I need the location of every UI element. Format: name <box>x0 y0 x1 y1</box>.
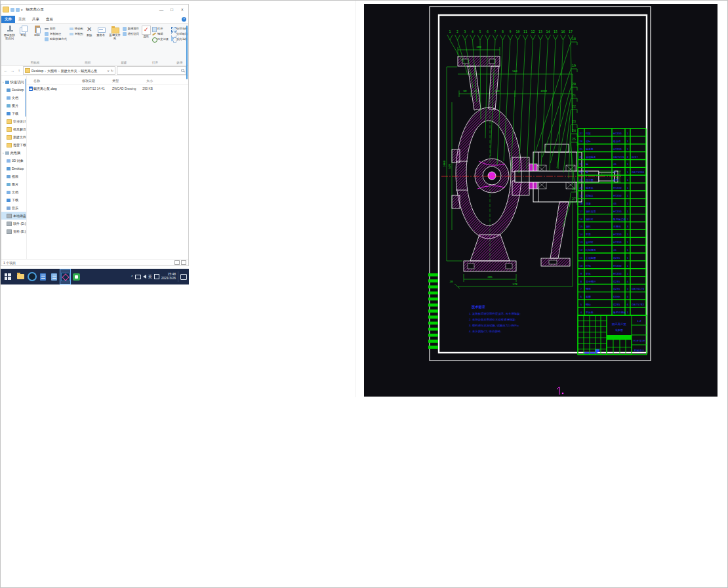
maximize-button[interactable]: □ <box>167 5 176 14</box>
part-no: 6 <box>580 295 582 298</box>
sidebar-item[interactable]: 模具解压资料 <box>1 125 26 133</box>
easy-access-button[interactable]: 轻松访问 <box>123 32 139 36</box>
paste-button[interactable]: 粘贴 <box>31 26 43 37</box>
pin-quick-access-button[interactable]: 固定到快速访问 <box>3 26 16 41</box>
revision-ladder-bar <box>428 322 438 325</box>
sidebar-item[interactable]: 图片 <box>1 180 26 188</box>
sidebar-item[interactable]: Desktop <box>1 165 26 172</box>
column-modified[interactable]: 修改日期 <box>82 79 112 83</box>
crumb-desktop[interactable]: Desktop <box>31 69 43 73</box>
tray-grid-icon[interactable] <box>154 274 159 279</box>
sidebar-this-pc[interactable]: ›此电脑 <box>1 149 26 157</box>
sidebar-item[interactable]: 图片 <box>1 102 26 109</box>
sidebar-item[interactable]: 3D 对象 <box>1 157 26 165</box>
taskbar-green-app-icon[interactable] <box>71 269 82 284</box>
taskbar-cad-icon-active[interactable] <box>60 269 71 284</box>
start-button[interactable] <box>1 269 15 284</box>
tray-expand-icon[interactable]: ^ <box>131 275 133 279</box>
sidebar-item[interactable]: 音乐 <box>1 204 26 212</box>
close-button[interactable]: × <box>178 5 187 14</box>
sidebar-item[interactable]: Desktop <box>1 86 26 94</box>
select-all-button[interactable]: 全部选择 <box>171 27 188 31</box>
search-input[interactable] <box>117 66 186 75</box>
sidebar-item[interactable]: 新建文件夹 <box>1 133 26 141</box>
ime-indicator[interactable]: 英 <box>148 274 152 280</box>
item-count: 1 个项目 <box>3 261 16 265</box>
speaker-icon[interactable] <box>143 275 146 279</box>
minimize-button[interactable]: — <box>157 5 166 14</box>
tab-view[interactable]: 查看 <box>43 16 56 23</box>
up-button[interactable]: ↑ <box>16 68 22 73</box>
rename-button[interactable]: 重命名 <box>96 26 106 37</box>
invert-selection-button[interactable]: 反向选择 <box>171 37 188 41</box>
breadcrumb[interactable]: Desktop› 大图纸› 新建文件夹› 蜗壳离心泵 ∨ ↻ <box>23 66 115 75</box>
part-qty: 1 <box>627 170 629 174</box>
revision-ladder-bar <box>428 298 438 301</box>
forward-button[interactable]: → <box>10 68 15 73</box>
part-no: 15 <box>580 225 583 228</box>
select-none-button[interactable]: 全部取消 <box>171 32 188 36</box>
back-button[interactable]: ← <box>3 68 9 73</box>
history-button[interactable]: 历史记录 <box>152 37 169 41</box>
sidebar-item[interactable]: 本地磁盘 (C:) <box>1 212 26 220</box>
open-button[interactable]: 打开 <box>152 27 169 31</box>
help-icon[interactable]: ? <box>182 17 186 22</box>
new-item-button[interactable]: 新建项目 <box>123 27 139 31</box>
edit-button[interactable]: 编辑 <box>152 32 169 36</box>
taskbar-doc2-icon[interactable] <box>49 269 60 284</box>
crumb-1[interactable]: 大图纸 <box>47 69 57 73</box>
sidebar-item[interactable]: 毕业设计文件 <box>1 117 26 125</box>
file-row[interactable]: 蜗壳离心泵.dwg 2016/7/12 14:41 ZWCAD Drawing … <box>27 85 188 92</box>
cut-button[interactable]: 剪切 <box>45 27 67 31</box>
move-to-button[interactable]: 移动到 <box>70 27 83 31</box>
sidebar-item[interactable]: 迅雷下载 <box>1 141 26 149</box>
quick-access-toolbar[interactable]: ▾ <box>10 8 23 12</box>
sidebar-item[interactable]: 下载 <box>1 196 26 204</box>
column-type[interactable]: 类型 <box>112 79 137 83</box>
tab-home[interactable]: 主页 <box>15 16 29 23</box>
callout-top: 15 <box>554 29 557 33</box>
column-name[interactable]: 名称 <box>33 79 82 83</box>
address-dropdown-icon[interactable]: ∨ <box>107 69 110 73</box>
new-folder-button[interactable]: 新建文件夹 <box>109 26 121 41</box>
list-view-icon[interactable] <box>174 260 180 265</box>
action-center-icon[interactable] <box>180 274 187 280</box>
taskbar-explorer-icon[interactable] <box>15 269 26 284</box>
part-no: 21 <box>580 178 583 182</box>
tab-file[interactable]: 文件 <box>1 16 15 23</box>
column-size[interactable]: 大小 <box>137 79 153 83</box>
copy-button[interactable]: 复制 <box>17 26 30 37</box>
taskbar-doc-icon[interactable] <box>37 269 49 284</box>
sidebar-item[interactable]: 资料 (E:) <box>1 227 26 235</box>
crumb-current[interactable]: 蜗壳离心泵 <box>81 69 97 73</box>
sidebar-item[interactable]: 软件 (D:) <box>1 220 26 227</box>
revision-ladder-bar <box>428 304 438 307</box>
sidebar-scrollbar-thumb[interactable] <box>25 79 27 117</box>
part-material: 石棉绳 <box>613 225 621 228</box>
paste-shortcut-button[interactable]: 粘贴快捷方式 <box>45 37 67 41</box>
part-no: 23 <box>580 163 583 166</box>
sidebar-item[interactable]: 文档 <box>1 188 26 196</box>
properties-button[interactable]: ✓属性 <box>142 26 151 39</box>
touch-keyboard-icon[interactable] <box>135 275 141 279</box>
scrollbar-thumb[interactable] <box>186 26 188 79</box>
refresh-icon[interactable]: ↻ <box>111 69 113 73</box>
copy-path-button[interactable]: 复制路径 <box>45 32 67 36</box>
folder-icon <box>25 68 30 73</box>
sidebar-item[interactable]: 文档 <box>1 94 26 102</box>
copy-to-button[interactable]: 复制到 <box>70 32 83 36</box>
thumb-view-icon[interactable] <box>181 260 186 265</box>
part-qty: 1 <box>627 210 629 213</box>
delete-button[interactable]: ✕删除 <box>85 26 94 37</box>
taskbar-clock[interactable]: 15:482021/3/26 <box>161 273 176 281</box>
crumb-2[interactable]: 新建文件夹 <box>61 69 77 73</box>
sidebar-item[interactable]: 下载 <box>1 109 26 117</box>
taskbar-browser-icon[interactable] <box>26 269 37 284</box>
open-icon <box>152 27 156 31</box>
tab-share[interactable]: 共享 <box>29 16 43 23</box>
cad-viewport[interactable]: 400 560 60 25 140 1040 1060 529 205 378 … <box>364 4 718 397</box>
sidebar-quick-access[interactable]: ›快速访问 <box>1 78 26 86</box>
part-no: 10 <box>580 264 583 267</box>
sidebar-item[interactable]: 视频 <box>1 172 26 180</box>
part-no: 18 <box>580 202 583 205</box>
